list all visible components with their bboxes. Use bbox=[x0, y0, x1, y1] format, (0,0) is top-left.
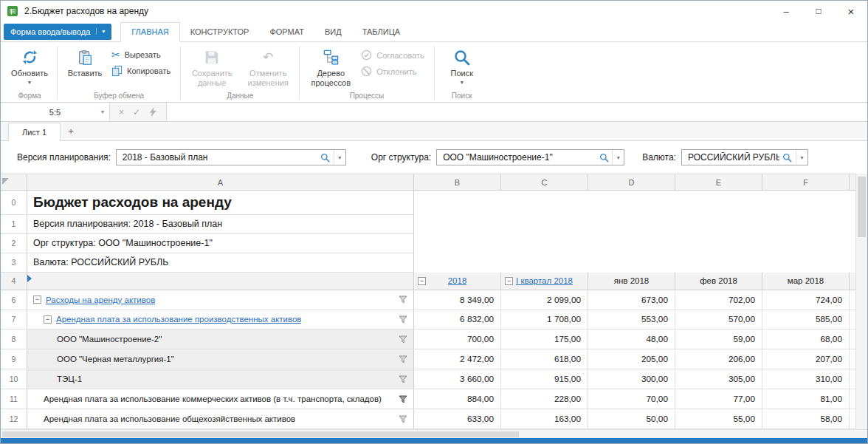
select-all-corner[interactable] bbox=[1, 174, 27, 190]
row-label-cell[interactable]: ТЭЦ-1 bbox=[27, 369, 414, 389]
row-header[interactable]: 6 bbox=[1, 290, 27, 310]
period-link[interactable]: I квартал 2018 bbox=[516, 276, 573, 285]
info-cell[interactable]: Орг структура: ООО "Машиностроение-1" bbox=[27, 234, 414, 253]
row-label-cell[interactable]: ООО "Машиностроение-2" bbox=[27, 329, 414, 349]
chevron-down-icon[interactable]: ▾ bbox=[796, 150, 807, 165]
period-cell[interactable]: мар 2018 bbox=[762, 273, 850, 290]
period-cell[interactable]: − 2018 bbox=[414, 273, 501, 290]
copy-button[interactable]: Копировать bbox=[110, 64, 176, 77]
row-header[interactable]: 7 bbox=[1, 310, 27, 329]
filter-icon[interactable] bbox=[399, 375, 407, 383]
vertical-scrollbar-thumb[interactable] bbox=[858, 177, 866, 237]
tab-format[interactable]: ФОРМАТ bbox=[259, 22, 314, 41]
value-cell[interactable]: 58,00 bbox=[762, 409, 850, 428]
row-label-cell[interactable]: − Расходы на аренду активов bbox=[27, 290, 414, 310]
row-header[interactable]: 12 bbox=[1, 409, 27, 428]
value-cell[interactable]: 884,00 bbox=[414, 389, 501, 409]
value-cell[interactable]: 3 660,00 bbox=[414, 369, 501, 389]
minimize-button[interactable]: – bbox=[770, 1, 802, 21]
value-cell[interactable]: 618,00 bbox=[501, 349, 588, 369]
filter-icon[interactable] bbox=[399, 315, 407, 324]
value-cell[interactable]: 77,00 bbox=[675, 389, 762, 409]
value-cell[interactable]: 55,00 bbox=[675, 409, 762, 428]
filter-icon[interactable] bbox=[399, 296, 407, 304]
cut-button[interactable]: ✂ Вырезать bbox=[110, 49, 176, 61]
search-icon[interactable] bbox=[317, 153, 334, 163]
row-header[interactable]: 9 bbox=[1, 349, 27, 369]
collapse-icon[interactable]: − bbox=[44, 315, 52, 324]
cancel-icon[interactable]: × bbox=[119, 107, 124, 117]
cell-reference-box[interactable]: 5:5 ▾ bbox=[1, 103, 110, 121]
approve-button[interactable]: Согласовать bbox=[359, 49, 430, 61]
value-cell[interactable]: 163,00 bbox=[501, 409, 588, 428]
horizontal-scrollbar-thumb[interactable] bbox=[2, 431, 519, 437]
report-title-cell[interactable]: Бюджет расходов на аренду bbox=[27, 191, 414, 215]
row-header[interactable]: 3 bbox=[1, 253, 27, 273]
refresh-button[interactable]: Обновить ▾ bbox=[6, 45, 53, 91]
tab-tablica[interactable]: ТАБЛИЦА bbox=[352, 22, 411, 41]
value-cell[interactable]: 702,00 bbox=[675, 290, 762, 310]
period-cell[interactable]: янв 2018 bbox=[588, 273, 675, 290]
form-io-menu-button[interactable]: Форма ввода/вывода ▾ bbox=[4, 24, 111, 40]
row-header[interactable]: 11 bbox=[1, 389, 27, 409]
sheet-tab-list1[interactable]: Лист 1 bbox=[8, 123, 61, 141]
tab-konstruktor[interactable]: КОНСТРУКТОР bbox=[180, 22, 260, 41]
row-label-cell[interactable]: ООО "Черная металлургия-1" bbox=[27, 349, 414, 369]
value-cell[interactable]: 205,00 bbox=[588, 349, 675, 369]
value-cell[interactable]: 206,00 bbox=[675, 349, 762, 369]
value-cell[interactable]: 915,00 bbox=[501, 369, 588, 389]
save-data-button[interactable]: Сохранить данные bbox=[185, 45, 239, 91]
value-cell[interactable]: 570,00 bbox=[675, 310, 762, 329]
value-cell[interactable]: 81,00 bbox=[762, 389, 850, 409]
period-cell[interactable]: фев 2018 bbox=[675, 273, 762, 290]
column-header-f[interactable]: F bbox=[762, 174, 850, 190]
row-label-cell[interactable]: Арендная плата за использование коммерче… bbox=[27, 389, 414, 409]
add-sheet-button[interactable]: + bbox=[61, 122, 81, 140]
value-cell[interactable]: 50,00 bbox=[588, 409, 675, 428]
value-cell[interactable]: 300,00 bbox=[588, 369, 675, 389]
filter-icon[interactable] bbox=[399, 335, 407, 344]
value-cell[interactable]: 6 832,00 bbox=[414, 310, 501, 329]
value-cell[interactable]: 585,00 bbox=[762, 310, 850, 329]
period-header-a-cell[interactable] bbox=[27, 273, 414, 290]
reject-button[interactable]: Отклонить bbox=[359, 65, 430, 78]
currency-combo[interactable]: РОССИЙСКИЙ РУБЛЬ ▾ bbox=[681, 149, 808, 165]
function-bolt-icon[interactable] bbox=[149, 107, 157, 117]
value-cell[interactable]: 228,00 bbox=[501, 389, 588, 409]
filter-icon[interactable] bbox=[399, 415, 407, 423]
column-header-c[interactable]: C bbox=[501, 174, 588, 190]
formula-input[interactable] bbox=[167, 103, 867, 121]
confirm-icon[interactable]: ✓ bbox=[133, 107, 140, 117]
row-header[interactable]: 0 bbox=[1, 191, 27, 215]
value-cell[interactable]: 2 472,00 bbox=[414, 349, 501, 369]
value-cell[interactable]: 724,00 bbox=[762, 290, 850, 310]
row-header[interactable]: 8 bbox=[1, 329, 27, 349]
value-cell[interactable]: 700,00 bbox=[414, 329, 501, 349]
value-cell[interactable]: 2 099,00 bbox=[501, 290, 588, 310]
row-header[interactable]: 2 bbox=[1, 234, 27, 253]
filter-icon[interactable] bbox=[399, 395, 407, 403]
value-cell[interactable]: 305,00 bbox=[675, 369, 762, 389]
row-label-cell[interactable]: − Арендная плата за использование произв… bbox=[27, 310, 414, 329]
column-header-d[interactable]: D bbox=[588, 174, 675, 190]
info-cell[interactable]: Валюта: РОССИЙСКИЙ РУБЛЬ bbox=[27, 253, 414, 273]
close-button[interactable]: × bbox=[835, 1, 867, 21]
value-cell[interactable]: 310,00 bbox=[762, 369, 850, 389]
tab-vid[interactable]: ВИД bbox=[314, 22, 352, 41]
tab-glavnaya[interactable]: ГЛАВНАЯ bbox=[120, 22, 179, 42]
search-icon[interactable] bbox=[779, 153, 796, 163]
row-label-cell[interactable]: Арендная плата за использование общехозя… bbox=[27, 409, 414, 428]
value-cell[interactable]: 633,00 bbox=[414, 409, 501, 428]
column-header-b[interactable]: B bbox=[414, 174, 501, 190]
value-cell[interactable]: 70,00 bbox=[588, 389, 675, 409]
value-cell[interactable]: 553,00 bbox=[588, 310, 675, 329]
period-link[interactable]: 2018 bbox=[448, 276, 467, 285]
paste-button[interactable]: Вставить bbox=[61, 45, 108, 91]
filter-icon[interactable] bbox=[399, 355, 407, 363]
value-cell[interactable]: 673,00 bbox=[588, 290, 675, 310]
maximize-button[interactable]: □ bbox=[802, 1, 835, 21]
row-label-link[interactable]: Арендная плата за использование производ… bbox=[56, 315, 301, 324]
value-cell[interactable]: 8 349,00 bbox=[414, 290, 501, 310]
chevron-down-icon[interactable]: ▾ bbox=[334, 150, 345, 165]
horizontal-scrollbar[interactable] bbox=[1, 429, 867, 438]
